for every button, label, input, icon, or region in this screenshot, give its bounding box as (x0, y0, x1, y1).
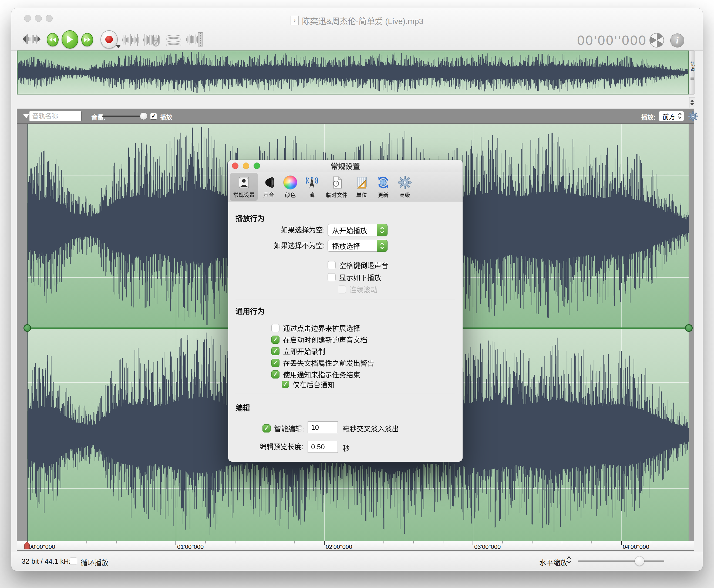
tab-grip-icon (691, 77, 694, 80)
envelope-handle-right[interactable] (685, 324, 693, 332)
volume-label: 音量: (91, 112, 106, 122)
space-rewind-row: 空格键倒退声音 (328, 260, 388, 270)
rewind-icon (49, 37, 56, 42)
tab-units[interactable]: 单位 (351, 173, 372, 201)
nonempty-selection-select[interactable]: 播放选择 (328, 240, 387, 252)
waveform-icon (122, 33, 139, 47)
preview-length-input[interactable] (308, 441, 338, 453)
extend-selection-checkbox[interactable] (271, 324, 279, 332)
empty-selection-label: 如果选择为空: (228, 224, 325, 236)
ruler-label: 02'00''000 (326, 543, 352, 550)
volume-slider-knob[interactable] (140, 112, 147, 120)
section-divider (235, 394, 455, 394)
play-button[interactable] (62, 30, 78, 48)
ruler-label: 00'00''000 (29, 543, 55, 550)
tab-general[interactable]: 常规设置 (230, 173, 258, 201)
ruler-label: 03'00''000 (474, 543, 501, 550)
popup-stepper-icon (377, 240, 387, 252)
dialog-toolbar: 常规设置 声音 颜色 (228, 172, 463, 202)
space-rewind-checkbox[interactable] (328, 261, 336, 269)
audio-document-icon: ♪ (291, 16, 299, 25)
record-button[interactable] (101, 30, 118, 48)
show-playback-row: 显示如下播放 (328, 272, 381, 282)
extend-selection-row: 通过点击边界来扩展选择 (271, 323, 360, 333)
continuous-scroll-row: 连续滚动 (338, 284, 378, 294)
notify-background-row: 仅在后台通知 (282, 379, 335, 389)
rewind-button[interactable] (47, 33, 59, 46)
general-section-header: 通用行为 (235, 306, 265, 316)
smart-edit-row: 智能编辑: (262, 423, 304, 433)
empty-selection-select[interactable]: 从开始播放 (328, 224, 387, 236)
info-icon: i (676, 35, 678, 46)
horizontal-zoom-slider[interactable] (578, 561, 664, 562)
ruler-label: 04'00''000 (623, 543, 649, 550)
pinwheel-icon (649, 33, 664, 47)
crossfade-ms-input[interactable] (308, 421, 338, 433)
track-play-label: 播放 (160, 112, 172, 122)
start-recording-row: 立即开始录制 (271, 346, 325, 356)
overview-waveform[interactable] (17, 50, 689, 94)
minor-ticks (27, 541, 680, 543)
record-menu-arrow-icon[interactable] (116, 45, 121, 48)
horizontal-zoom-knob[interactable] (635, 556, 644, 566)
start-recording-checkbox[interactable] (271, 347, 279, 355)
track-header-bar: 音量: 播放 播放: 前方 (17, 108, 694, 124)
track-scrollbar[interactable] (689, 97, 695, 108)
warn-properties-row: 在丢失文档属性之前发出警告 (271, 358, 374, 368)
select-stepper-icon (678, 112, 682, 119)
new-doc-on-launch-row: 在启动时创建新的声音文档 (271, 335, 367, 344)
edit-section-header: 编辑 (235, 402, 250, 413)
warn-properties-checkbox[interactable] (271, 359, 279, 367)
crossfade-button[interactable] (165, 33, 182, 47)
notify-tasks-checkbox[interactable] (271, 371, 279, 378)
waveform-pages-icon (165, 33, 182, 47)
tab-temp-files[interactable]: 临时文件 (323, 173, 351, 201)
loop-playback-checkbox[interactable] (70, 557, 77, 565)
track-play-checkbox[interactable] (150, 113, 157, 120)
tab-colors[interactable]: 颜色 (279, 173, 301, 201)
preview-length-label: 编辑预览长度: (228, 441, 303, 453)
info-button[interactable]: i (670, 34, 684, 47)
playhead-marker[interactable] (24, 541, 30, 550)
notify-background-checkbox[interactable] (282, 381, 289, 388)
status-bar: 32 bit / 44.1 kHz 循环播放 水平缩放 (11, 552, 703, 571)
tracks-side-tab[interactable]: 轨道 (689, 50, 695, 94)
playback-direction-select[interactable]: 前方 (658, 111, 684, 121)
zoom-stepper[interactable] (567, 556, 571, 564)
crossfade-suffix-label: 毫秒交叉淡入淡出 (343, 423, 399, 433)
playback-direction-label: 播放: (641, 112, 656, 122)
sync-globe-icon (376, 175, 391, 190)
tab-sound[interactable]: 声音 (258, 173, 279, 201)
track-name-input[interactable] (29, 111, 82, 121)
preferences-dialog: 常规设置 常规设置 声音 (228, 160, 463, 462)
waveform-view-button[interactable] (122, 33, 139, 47)
envelope-handle-left[interactable] (23, 324, 31, 332)
waveform-arrows-icon (22, 31, 41, 47)
section-divider (235, 299, 455, 299)
smart-edit-checkbox[interactable] (262, 424, 271, 433)
dialog-titlebar: 常规设置 (228, 160, 463, 172)
mute-selection-button[interactable] (143, 33, 161, 47)
fast-forward-button[interactable] (81, 33, 93, 46)
join-button[interactable] (186, 31, 204, 47)
tab-streaming[interactable]: 流 (301, 173, 323, 201)
fit-selection-button[interactable] (22, 31, 41, 47)
collapse-track-icon[interactable] (23, 114, 29, 118)
loop-playback-label: 循环播放 (81, 557, 109, 567)
playback-direction-value: 前方 (663, 111, 675, 121)
tab-updates[interactable]: 更新 (372, 173, 394, 201)
gear-icon (397, 175, 412, 190)
radio-tower-icon (304, 175, 319, 190)
new-doc-on-launch-checkbox[interactable] (271, 336, 279, 344)
sample-format-label: 32 bit / 44.1 kHz (22, 557, 72, 566)
waveform-zipper-icon (186, 31, 204, 47)
time-ruler[interactable]: 00'00''000 01'00''000 02'00''000 03'00''… (17, 541, 694, 551)
show-playback-checkbox[interactable] (328, 273, 336, 281)
scroll-up-icon[interactable] (690, 100, 694, 102)
scroll-down-icon[interactable] (690, 103, 694, 106)
tab-advanced[interactable]: 高级 (394, 173, 416, 201)
window-title: 陈奕迅&周杰伦-简单爱 (Live).mp3 (302, 15, 423, 26)
overview-waveform-canvas[interactable] (18, 51, 688, 94)
window-chrome: ♪ 陈奕迅&周杰伦-简单爱 (Live).mp3 (11, 8, 703, 51)
track-settings-gear-icon[interactable] (688, 111, 698, 123)
